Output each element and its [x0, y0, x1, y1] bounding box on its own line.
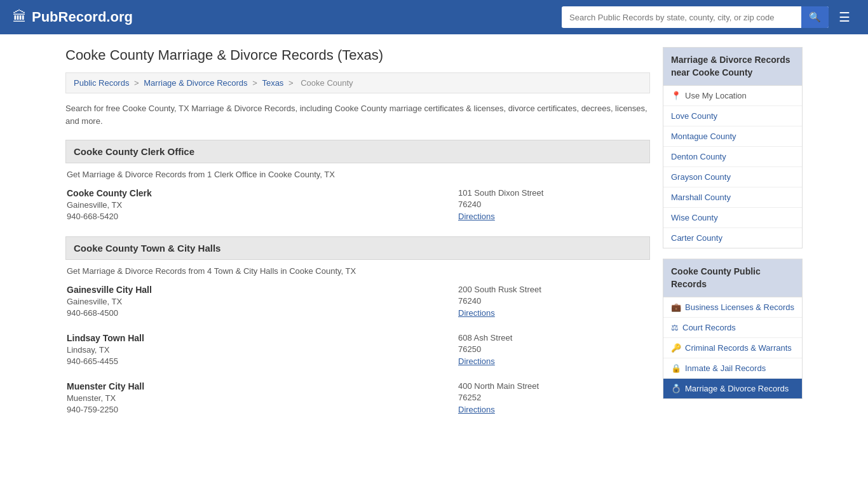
breadcrumb-sep-1: >: [134, 78, 141, 88]
use-my-location-link[interactable]: 📍 Use My Location: [663, 86, 802, 106]
sidebar-link-montague-county[interactable]: Montague County: [663, 126, 802, 147]
location-icon: 📍: [671, 91, 681, 100]
search-button[interactable]: 🔍: [801, 6, 829, 28]
record-zip: 76240: [458, 296, 649, 306]
record-city: Lindsay, TX: [67, 345, 458, 355]
menu-button[interactable]: ☰: [834, 7, 855, 27]
sidebar-link-marriage-records[interactable]: 💍 Marriage & Divorce Records: [663, 379, 802, 398]
sidebar-link-love-county[interactable]: Love County: [663, 106, 802, 126]
record-name: Gainesville City Hall: [67, 285, 458, 295]
search-input[interactable]: [562, 8, 801, 27]
sidebar-link-inmate-records[interactable]: 🔒 Inmate & Jail Records: [663, 358, 802, 379]
record-zip: 76252: [458, 393, 649, 402]
record-phone: 940-668-4500: [67, 308, 458, 318]
breadcrumb-public-records[interactable]: Public Records: [74, 78, 129, 88]
inmate-label: Inmate & Jail Records: [685, 363, 766, 373]
record-phone: 940-759-2250: [67, 405, 458, 414]
breadcrumb: Public Records > Marriage & Divorce Reco…: [65, 72, 650, 93]
record-phone: 940-665-4455: [67, 356, 458, 366]
inmate-icon: 🔒: [671, 363, 681, 373]
public-records-section: Cooke County Public Records 💼 Business L…: [663, 259, 803, 399]
header-right: 🔍 ☰: [562, 6, 855, 28]
record-right: 200 South Rusk Street 76240 Directions: [458, 285, 649, 318]
breadcrumb-sep-2: >: [252, 78, 259, 88]
breadcrumb-sep-3: >: [288, 78, 295, 88]
record-city: Gainesville, TX: [67, 297, 458, 306]
court-label: Court Records: [682, 323, 736, 332]
record-left: Cooke County Clerk Gainesville, TX 940-6…: [67, 188, 458, 221]
record-left: Lindsay Town Hall Lindsay, TX 940-665-44…: [67, 333, 458, 366]
page-title: Cooke County Marriage & Divorce Records …: [65, 47, 650, 64]
sidebar-link-denton-county[interactable]: Denton County: [663, 147, 802, 167]
record-name: Cooke County Clerk: [67, 188, 458, 198]
directions-link[interactable]: Directions: [458, 356, 495, 366]
nearby-counties-title: Marriage & Divorce Records near Cooke Co…: [663, 48, 802, 86]
breadcrumb-texas[interactable]: Texas: [262, 78, 283, 88]
section-city-halls-header: Cooke County Town & City Halls: [65, 236, 650, 260]
record-entry: Lindsay Town Hall Lindsay, TX 940-665-44…: [65, 333, 650, 366]
breadcrumb-marriage-records[interactable]: Marriage & Divorce Records: [144, 78, 247, 88]
business-label: Business Licenses & Records: [685, 302, 794, 312]
section-clerk-office-header: Cooke County Clerk Office: [65, 140, 650, 163]
criminal-label: Criminal Records & Warrants: [685, 343, 792, 353]
sidebar-link-court-records[interactable]: ⚖ Court Records: [663, 318, 802, 338]
record-address: 200 South Rusk Street: [458, 285, 649, 294]
use-my-location-label: Use My Location: [685, 91, 747, 100]
sidebar-link-carter-county[interactable]: Carter County: [663, 228, 802, 248]
record-phone: 940-668-5420: [67, 212, 458, 221]
logo-area: 🏛 PubRecord.org: [13, 9, 133, 25]
record-address: 608 Ash Street: [458, 333, 649, 342]
record-right: 400 North Main Street 76252 Directions: [458, 381, 649, 414]
main-container: Cooke County Marriage & Divorce Records …: [53, 34, 815, 442]
directions-link[interactable]: Directions: [458, 405, 495, 414]
sidebar-link-business-licenses[interactable]: 💼 Business Licenses & Records: [663, 297, 802, 318]
record-zip: 76240: [458, 200, 649, 209]
sidebar-link-marshall-county[interactable]: Marshall County: [663, 187, 802, 208]
section-city-halls-desc: Get Marriage & Divorce Records from 4 To…: [65, 266, 650, 276]
content-area: Cooke County Marriage & Divorce Records …: [65, 47, 650, 430]
marriage-icon: 💍: [671, 384, 681, 393]
public-records-title: Cooke County Public Records: [663, 259, 802, 297]
page-description: Search for free Cooke County, TX Marriag…: [65, 102, 650, 127]
record-address: 400 North Main Street: [458, 381, 649, 391]
record-city: Muenster, TX: [67, 393, 458, 403]
breadcrumb-county: Cooke County: [301, 78, 353, 88]
logo-icon: 🏛: [13, 9, 27, 25]
sidebar-link-wise-county[interactable]: Wise County: [663, 208, 802, 228]
business-icon: 💼: [671, 302, 681, 312]
record-address: 101 South Dixon Street: [458, 188, 649, 198]
record-left: Gainesville City Hall Gainesville, TX 94…: [67, 285, 458, 318]
record-name: Muenster City Hall: [67, 381, 458, 391]
record-right: 101 South Dixon Street 76240 Directions: [458, 188, 649, 221]
record-entry: Cooke County Clerk Gainesville, TX 940-6…: [65, 188, 650, 221]
record-entry: Muenster City Hall Muenster, TX 940-759-…: [65, 381, 650, 414]
directions-link[interactable]: Directions: [458, 212, 495, 221]
record-city: Gainesville, TX: [67, 200, 458, 210]
search-bar: 🔍: [562, 6, 829, 28]
sidebar-link-criminal-records[interactable]: 🔑 Criminal Records & Warrants: [663, 338, 802, 358]
record-entry: Gainesville City Hall Gainesville, TX 94…: [65, 285, 650, 318]
logo-text: PubRecord.org: [32, 9, 133, 25]
nearby-counties-section: Marriage & Divorce Records near Cooke Co…: [663, 47, 803, 248]
record-right: 608 Ash Street 76250 Directions: [458, 333, 649, 366]
record-left: Muenster City Hall Muenster, TX 940-759-…: [67, 381, 458, 414]
sidebar-link-grayson-county[interactable]: Grayson County: [663, 167, 802, 187]
court-icon: ⚖: [671, 323, 679, 332]
section-clerk-office-desc: Get Marriage & Divorce Records from 1 Cl…: [65, 170, 650, 179]
site-header: 🏛 PubRecord.org 🔍 ☰: [0, 0, 868, 34]
directions-link[interactable]: Directions: [458, 308, 495, 318]
record-zip: 76250: [458, 344, 649, 354]
sidebar: Marriage & Divorce Records near Cooke Co…: [663, 47, 803, 430]
record-name: Lindsay Town Hall: [67, 333, 458, 343]
criminal-icon: 🔑: [671, 343, 681, 353]
marriage-label: Marriage & Divorce Records: [685, 384, 789, 393]
